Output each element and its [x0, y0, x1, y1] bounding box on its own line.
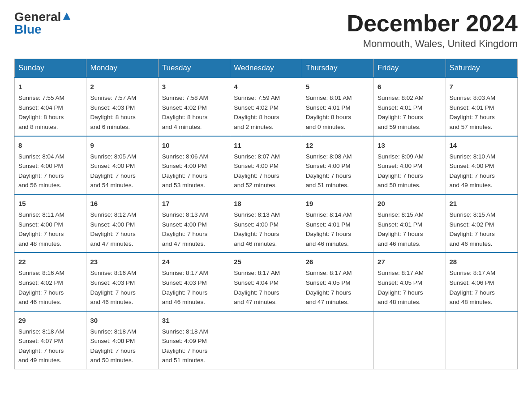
day-number: 5 [306, 81, 370, 92]
day-number: 17 [162, 198, 226, 209]
day-info: Sunrise: 8:17 AM Sunset: 4:04 PM Dayligh… [234, 268, 298, 307]
calendar-cell: 4Sunrise: 7:59 AM Sunset: 4:02 PM Daylig… [230, 77, 302, 136]
day-number: 8 [18, 140, 82, 151]
calendar-cell: 6Sunrise: 8:02 AM Sunset: 4:01 PM Daylig… [374, 77, 446, 136]
header-friday: Friday [374, 59, 446, 78]
week-row-1: 1Sunrise: 7:55 AM Sunset: 4:04 PM Daylig… [15, 77, 518, 136]
calendar-cell [230, 311, 302, 369]
calendar-cell: 2Sunrise: 7:57 AM Sunset: 4:03 PM Daylig… [86, 77, 158, 136]
day-number: 11 [234, 140, 298, 151]
day-info: Sunrise: 7:58 AM Sunset: 4:02 PM Dayligh… [162, 93, 226, 132]
day-info: Sunrise: 8:18 AM Sunset: 4:07 PM Dayligh… [18, 327, 82, 365]
week-row-4: 22Sunrise: 8:16 AM Sunset: 4:02 PM Dayli… [15, 253, 518, 311]
page-header: General Blue December 2024 Monmouth, Wal… [14, 11, 518, 50]
calendar-cell: 15Sunrise: 8:11 AM Sunset: 4:00 PM Dayli… [15, 194, 86, 253]
header-tuesday: Tuesday [158, 59, 230, 78]
day-info: Sunrise: 8:12 AM Sunset: 4:00 PM Dayligh… [90, 210, 154, 248]
day-info: Sunrise: 8:03 AM Sunset: 4:01 PM Dayligh… [450, 93, 514, 132]
title-area: December 2024 Monmouth, Wales, United Ki… [347, 11, 518, 50]
day-info: Sunrise: 8:05 AM Sunset: 4:00 PM Dayligh… [90, 152, 154, 190]
day-info: Sunrise: 8:17 AM Sunset: 4:05 PM Dayligh… [306, 268, 370, 307]
calendar-cell [446, 311, 517, 369]
day-number: 14 [450, 140, 514, 151]
calendar-cell: 18Sunrise: 8:13 AM Sunset: 4:00 PM Dayli… [230, 194, 302, 253]
calendar-table: SundayMondayTuesdayWednesdayThursdayFrid… [14, 59, 518, 369]
day-info: Sunrise: 8:16 AM Sunset: 4:03 PM Dayligh… [90, 268, 154, 307]
calendar-cell: 14Sunrise: 8:10 AM Sunset: 4:00 PM Dayli… [446, 136, 517, 194]
day-info: Sunrise: 7:55 AM Sunset: 4:04 PM Dayligh… [18, 93, 82, 132]
day-number: 2 [90, 81, 154, 92]
calendar-cell: 1Sunrise: 7:55 AM Sunset: 4:04 PM Daylig… [15, 77, 86, 136]
day-info: Sunrise: 8:14 AM Sunset: 4:01 PM Dayligh… [306, 210, 370, 248]
calendar-cell: 16Sunrise: 8:12 AM Sunset: 4:00 PM Dayli… [86, 194, 158, 253]
calendar-cell: 28Sunrise: 8:17 AM Sunset: 4:06 PM Dayli… [446, 253, 517, 311]
week-row-3: 15Sunrise: 8:11 AM Sunset: 4:00 PM Dayli… [15, 194, 518, 253]
day-info: Sunrise: 8:09 AM Sunset: 4:00 PM Dayligh… [378, 152, 442, 190]
day-info: Sunrise: 8:17 AM Sunset: 4:03 PM Dayligh… [162, 268, 226, 307]
day-number: 24 [162, 257, 226, 267]
day-number: 30 [90, 315, 154, 326]
day-info: Sunrise: 7:57 AM Sunset: 4:03 PM Dayligh… [90, 93, 154, 132]
header-thursday: Thursday [302, 59, 373, 78]
day-info: Sunrise: 8:02 AM Sunset: 4:01 PM Dayligh… [378, 93, 442, 132]
day-info: Sunrise: 8:15 AM Sunset: 4:02 PM Dayligh… [450, 210, 514, 248]
day-number: 22 [18, 257, 82, 267]
day-info: Sunrise: 8:08 AM Sunset: 4:00 PM Dayligh… [306, 152, 370, 190]
day-info: Sunrise: 8:18 AM Sunset: 4:09 PM Dayligh… [162, 327, 226, 365]
svg-marker-0 [63, 13, 70, 20]
calendar-cell [302, 311, 373, 369]
day-info: Sunrise: 8:17 AM Sunset: 4:06 PM Dayligh… [450, 268, 514, 307]
day-number: 23 [90, 257, 154, 267]
logo-blue: Blue [14, 23, 42, 36]
day-number: 6 [378, 81, 442, 92]
day-number: 16 [90, 198, 154, 209]
calendar-cell: 24Sunrise: 8:17 AM Sunset: 4:03 PM Dayli… [158, 253, 230, 311]
day-info: Sunrise: 8:04 AM Sunset: 4:00 PM Dayligh… [18, 152, 82, 190]
day-info: Sunrise: 8:15 AM Sunset: 4:01 PM Dayligh… [378, 210, 442, 248]
day-number: 21 [450, 198, 514, 209]
header-saturday: Saturday [446, 59, 517, 78]
day-number: 10 [162, 140, 226, 151]
day-info: Sunrise: 8:18 AM Sunset: 4:08 PM Dayligh… [90, 327, 154, 365]
calendar-cell: 25Sunrise: 8:17 AM Sunset: 4:04 PM Dayli… [230, 253, 302, 311]
calendar-cell: 27Sunrise: 8:17 AM Sunset: 4:05 PM Dayli… [374, 253, 446, 311]
day-number: 7 [450, 81, 514, 92]
calendar-cell: 22Sunrise: 8:16 AM Sunset: 4:02 PM Dayli… [15, 253, 86, 311]
calendar-cell: 20Sunrise: 8:15 AM Sunset: 4:01 PM Dayli… [374, 194, 446, 253]
calendar-cell: 17Sunrise: 8:13 AM Sunset: 4:00 PM Dayli… [158, 194, 230, 253]
day-info: Sunrise: 8:01 AM Sunset: 4:01 PM Dayligh… [306, 93, 370, 132]
day-info: Sunrise: 8:17 AM Sunset: 4:05 PM Dayligh… [378, 268, 442, 307]
day-number: 29 [18, 315, 82, 326]
day-number: 20 [378, 198, 442, 209]
calendar-cell: 11Sunrise: 8:07 AM Sunset: 4:00 PM Dayli… [230, 136, 302, 194]
day-number: 9 [90, 140, 154, 151]
day-info: Sunrise: 8:16 AM Sunset: 4:02 PM Dayligh… [18, 268, 82, 307]
header-monday: Monday [86, 59, 158, 78]
calendar-cell: 10Sunrise: 8:06 AM Sunset: 4:00 PM Dayli… [158, 136, 230, 194]
calendar-cell: 3Sunrise: 7:58 AM Sunset: 4:02 PM Daylig… [158, 77, 230, 136]
calendar-cell: 13Sunrise: 8:09 AM Sunset: 4:00 PM Dayli… [374, 136, 446, 194]
calendar-cell: 5Sunrise: 8:01 AM Sunset: 4:01 PM Daylig… [302, 77, 373, 136]
logo-general: General [14, 11, 61, 23]
day-info: Sunrise: 8:06 AM Sunset: 4:00 PM Dayligh… [162, 152, 226, 190]
calendar-cell [374, 311, 446, 369]
month-title: December 2024 [347, 11, 518, 36]
calendar-cell: 29Sunrise: 8:18 AM Sunset: 4:07 PM Dayli… [15, 311, 86, 369]
logo: General Blue [14, 11, 71, 36]
day-number: 28 [450, 257, 514, 267]
day-number: 27 [378, 257, 442, 267]
calendar-cell: 7Sunrise: 8:03 AM Sunset: 4:01 PM Daylig… [446, 77, 517, 136]
calendar-cell: 19Sunrise: 8:14 AM Sunset: 4:01 PM Dayli… [302, 194, 373, 253]
calendar-cell: 23Sunrise: 8:16 AM Sunset: 4:03 PM Dayli… [86, 253, 158, 311]
calendar-cell: 12Sunrise: 8:08 AM Sunset: 4:00 PM Dayli… [302, 136, 373, 194]
header-wednesday: Wednesday [230, 59, 302, 78]
logo-triangle-icon [62, 12, 71, 21]
day-number: 31 [162, 315, 226, 326]
day-info: Sunrise: 7:59 AM Sunset: 4:02 PM Dayligh… [234, 93, 298, 132]
calendar-cell: 31Sunrise: 8:18 AM Sunset: 4:09 PM Dayli… [158, 311, 230, 369]
day-number: 18 [234, 198, 298, 209]
calendar-cell: 9Sunrise: 8:05 AM Sunset: 4:00 PM Daylig… [86, 136, 158, 194]
calendar-cell: 26Sunrise: 8:17 AM Sunset: 4:05 PM Dayli… [302, 253, 373, 311]
day-number: 13 [378, 140, 442, 151]
day-number: 19 [306, 198, 370, 209]
